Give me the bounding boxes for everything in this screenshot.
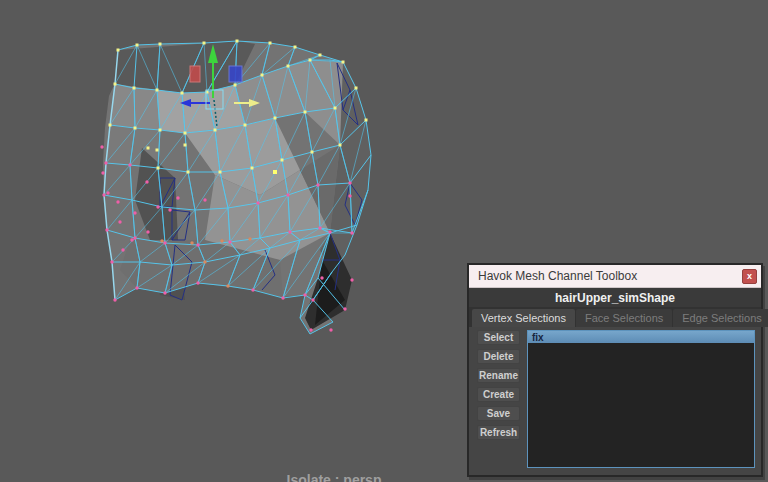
window-titlebar[interactable]: Havok Mesh Channel Toolbox x — [469, 265, 761, 288]
red-plane-handle[interactable] — [190, 66, 200, 82]
list-item-fix[interactable]: fix — [528, 331, 754, 343]
mesh-faces — [103, 41, 371, 334]
refresh-button[interactable]: Refresh — [477, 425, 520, 440]
tab-vertex-selections[interactable]: Vertex Selections — [472, 309, 575, 327]
delete-button[interactable]: Delete — [477, 349, 520, 364]
tab-face-selections[interactable]: Face Selections — [576, 309, 672, 327]
object-name-bar: hairUpper_simShape — [469, 288, 761, 307]
tab-bar: Vertex Selections Face Selections Edge S… — [469, 307, 761, 327]
havok-toolbox-window: Havok Mesh Channel Toolbox x hairUpper_s… — [467, 263, 763, 477]
save-button[interactable]: Save — [477, 406, 520, 421]
rename-button[interactable]: Rename — [477, 368, 520, 383]
selection-list[interactable]: fix — [527, 330, 755, 468]
window-title: Havok Mesh Channel Toolbox — [478, 269, 742, 283]
create-button[interactable]: Create — [477, 387, 520, 402]
blue-plane-handle[interactable] — [229, 66, 242, 82]
isolate-select-label: Isolate : persp — [287, 472, 382, 482]
tab-edge-selections[interactable]: Edge Selections — [673, 309, 768, 327]
object-name: hairUpper_simShape — [555, 291, 675, 305]
select-button[interactable]: Select — [477, 330, 520, 345]
close-button[interactable]: x — [742, 269, 757, 284]
dialog-content: Select Delete Rename Create Save Refresh… — [469, 327, 761, 475]
action-button-column: Select Delete Rename Create Save Refresh — [477, 330, 520, 475]
